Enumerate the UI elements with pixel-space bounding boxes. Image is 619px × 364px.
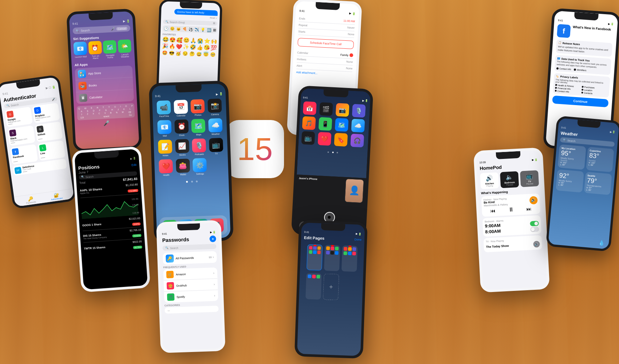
- phone-main-ios: 9:41 ▶ 🔋 📹 FaceTime 📅 Calendar 📷 Photos: [149, 80, 233, 243]
- phone-editpages: 9:41 ▶ 🔋 Edit Pages Done: [295, 220, 368, 359]
- status-time: 9:41: [2, 92, 8, 96]
- status-icons: ▶ ⬡ 🔋: [46, 85, 56, 90]
- ios15-number: 15: [237, 133, 273, 165]
- phone-spotlight: 9:41 ▶ 🔋 🔍 Search 🎤 Cancel Siri Suggesti…: [66, 8, 142, 152]
- ios15-logo: 15: [226, 120, 284, 178]
- phone-stocks: ▶ 🔋 Positions June 7 Edit 🔍 Search Total…: [72, 146, 151, 292]
- phone-weather: 9:41 ▶ 🔋 Weather 🔍 Search My Location 95…: [546, 116, 619, 252]
- svg-text:119.48: 119.48: [133, 212, 139, 214]
- done-button[interactable]: Done: [355, 238, 362, 241]
- continue-button[interactable]: Continue: [552, 95, 608, 107]
- svg-text:131.66: 131.66: [131, 198, 138, 200]
- schedule-facetime-button[interactable]: Schedule FaceTime Call: [297, 38, 354, 49]
- phone-passwords: 9:41 ▶ 🔋 Passwords + 🔍Search 🔑 All Passw…: [156, 220, 225, 353]
- authenticator-accounts: G Google hi@gmail.com •••••• D Dropbox h…: [5, 103, 66, 165]
- add-password-button[interactable]: +: [209, 236, 216, 243]
- phone-homescreen: 9:41 ▶ 🔋 📅 🎬 📷 🎙️ 🎵 📱 🗺️ ☁️ 📺 ❤️ 🔖 🎧: [291, 85, 373, 238]
- svg-text:129.68: 129.68: [132, 204, 139, 206]
- phone-homepod: 10:09 ▶ 🔋 HomePod 🔊 Kitchen Playing 🔈 Be…: [473, 147, 550, 292]
